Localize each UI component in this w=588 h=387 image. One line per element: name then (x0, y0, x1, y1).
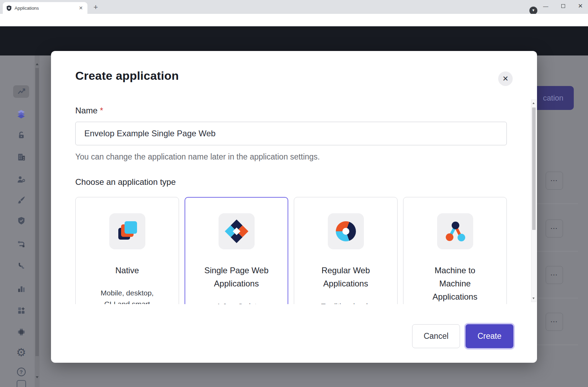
sidebar-nav: ⚙? (0, 55, 40, 387)
name-help-text: You can change the application name late… (75, 152, 320, 162)
scroll-down-icon[interactable] (36, 376, 39, 378)
card-title: Native (95, 264, 159, 277)
card-description: Traditional web (316, 301, 376, 304)
cancel-button[interactable]: Cancel (412, 324, 460, 348)
m2m-app-icon (437, 213, 473, 249)
sidebar-item-help[interactable]: ? (16, 367, 26, 377)
tab-title: Applications (15, 6, 78, 11)
window-minimize-button[interactable]: — (540, 1, 552, 11)
modal-title: Create application (75, 69, 179, 83)
sidebar-item-branding-brush[interactable] (16, 195, 26, 205)
modal-scrollbar[interactable] (531, 100, 536, 302)
sidebar-item-applications-layers[interactable] (16, 109, 26, 119)
row-divider (536, 298, 578, 298)
app-type-card-regular-web-applications[interactable]: Regular Web ApplicationsTraditional web (294, 197, 398, 304)
browser-tab-bar: Applications ✕ + ▼ — ✕ (0, 0, 588, 14)
sidebar-item-partial-bottom[interactable] (16, 380, 26, 387)
window-close-button[interactable]: ✕ (574, 1, 586, 11)
tab-close-icon[interactable]: ✕ (78, 5, 84, 11)
create-button[interactable]: Create (466, 324, 513, 348)
app-type-card-native[interactable]: NativeMobile, desktop, CLI and smart (75, 197, 179, 304)
row-menu-button: ··· (546, 220, 563, 238)
sidebar-item-user-management[interactable] (16, 174, 26, 184)
sidebar-item-organizations-building[interactable] (16, 152, 26, 162)
browser-toolbar: ← → ↻ manage.auth0.com/dashboard/eu/drea… (0, 14, 588, 26)
sidebar-item-marketplace[interactable] (16, 306, 26, 315)
scroll-up-icon[interactable] (532, 102, 535, 104)
auth0-favicon-icon (6, 5, 12, 11)
name-label: Name* (75, 106, 103, 115)
spa-app-icon (219, 213, 255, 249)
scroll-up-icon[interactable] (36, 63, 39, 65)
row-divider (536, 251, 578, 251)
application-type-cards: NativeMobile, desktop, CLI and smartSing… (75, 197, 507, 304)
card-title: Machine to Machine Applications (423, 264, 487, 303)
chrome-update-icon[interactable]: ▼ (529, 7, 537, 15)
modal-close-button[interactable]: ✕ (498, 71, 513, 86)
modal-footer: Cancel Create (51, 304, 537, 363)
sidebar-scroll-thumb[interactable] (35, 68, 39, 356)
browser-tab[interactable]: Applications ✕ (3, 2, 87, 14)
sidebar-item-security-shield[interactable] (16, 216, 26, 225)
row-menu-button: ··· (546, 266, 563, 284)
window-maximize-button[interactable] (557, 1, 569, 11)
new-tab-button[interactable]: + (91, 3, 101, 12)
app-type-card-single-page-web-applications[interactable]: Single Page Web ApplicationsA JavaScript (185, 197, 288, 304)
modal-body: Create application ✕ Name* You can chang… (51, 51, 537, 304)
application-name-input[interactable] (75, 122, 507, 145)
sidebar-item-settings-gear[interactable]: ⚙ (16, 347, 26, 357)
card-title: Single Page Web Applications (204, 264, 269, 290)
create-application-button-text: cation (543, 94, 563, 103)
application-type-label: Choose an application type (75, 177, 176, 187)
sidebar-item-actions-flow[interactable] (16, 239, 26, 249)
row-menu-button: ··· (546, 172, 563, 190)
row-divider (536, 204, 578, 204)
create-application-modal: Create application ✕ Name* You can chang… (51, 51, 537, 363)
sidebar-item-auth-pipeline[interactable] (16, 261, 26, 271)
card-description: A JavaScript (207, 301, 266, 304)
row-divider (536, 345, 578, 345)
sidebar-item-activity[interactable] (16, 87, 26, 96)
screen: Applications ✕ + ▼ — ✕ ← → ↻ manage.auth… (0, 0, 588, 387)
sidebar-scrollbar[interactable] (35, 55, 40, 387)
card-title: Regular Web Applications (314, 264, 378, 290)
native-app-icon (109, 213, 145, 249)
sidebar-item-monitoring-chart[interactable] (16, 284, 26, 293)
regular-web-app-icon (328, 213, 364, 249)
app-type-card-machine-to-machine-applications[interactable]: Machine to Machine Applications (403, 197, 507, 304)
card-description: Mobile, desktop, CLI and smart (97, 287, 157, 304)
sidebar-item-authentication-lock[interactable] (16, 130, 26, 140)
row-menu-button: ··· (546, 313, 563, 331)
sidebar-item-extensions-chip[interactable] (16, 327, 26, 337)
required-asterisk: * (100, 106, 103, 115)
scroll-down-icon[interactable] (532, 298, 535, 299)
modal-scroll-thumb[interactable] (532, 108, 536, 230)
